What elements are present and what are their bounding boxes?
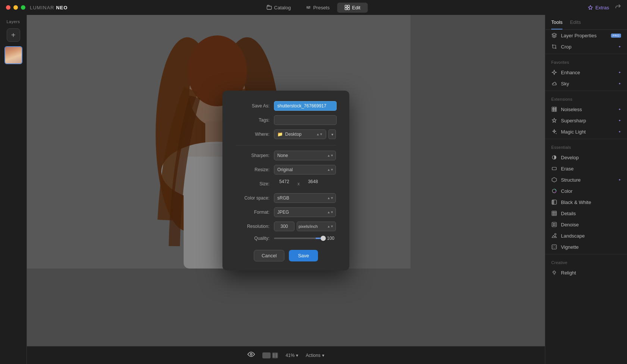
- right-item-magic-light[interactable]: Magic Light ✦: [545, 126, 627, 137]
- resize-row: Resize: Original Custom ▲▼: [236, 165, 336, 175]
- format-label: Format:: [236, 210, 269, 215]
- save-dialog: Save As: Tags: Where: 📁: [222, 91, 349, 270]
- right-item-relight[interactable]: Relight: [545, 267, 627, 278]
- details-label: Details: [561, 211, 576, 216]
- where-dropdown-button[interactable]: ▾: [328, 129, 336, 139]
- resolution-input[interactable]: [274, 222, 294, 231]
- landscape-icon: [551, 233, 557, 239]
- noiseless-ai-badge: ✦: [618, 108, 621, 111]
- right-item-black-white[interactable]: Black & White: [545, 197, 627, 208]
- edit-icon: [344, 5, 350, 10]
- tags-input[interactable]: [274, 115, 337, 125]
- titlebar-right: Extras: [588, 4, 621, 11]
- erase-svg: [552, 166, 557, 171]
- right-item-supersharp[interactable]: Supersharp ✦: [545, 115, 627, 126]
- divider-4: [545, 254, 627, 254]
- colorspace-label: Color space:: [236, 195, 269, 201]
- where-selector: 📁 Desktop ▲▼ ▾: [274, 129, 336, 139]
- creative-section-title: Creative: [545, 256, 627, 267]
- right-item-erase[interactable]: Erase: [545, 163, 627, 174]
- format-select-wrap: JPEG PNG TIFF ▲▼: [274, 207, 336, 217]
- extensions-section-title: Extensions: [545, 92, 627, 104]
- right-item-sky[interactable]: Sky ✦: [545, 78, 627, 89]
- format-select[interactable]: JPEG PNG TIFF: [274, 207, 336, 217]
- resolution-unit-wrap: pixels/inch pixels/cm ▲▼: [297, 222, 336, 231]
- extras-button[interactable]: Extras: [588, 5, 609, 10]
- enhance-ai-badge: ✦: [618, 71, 621, 74]
- extras-icon: [588, 5, 593, 10]
- svg-point-46: [555, 223, 555, 224]
- add-layer-button[interactable]: +: [7, 28, 20, 42]
- bottom-bar: 41% ▾ Actions ▾: [27, 346, 545, 364]
- right-item-structure[interactable]: Structure ✦: [545, 174, 627, 185]
- enhance-label: Enhance: [561, 70, 580, 75]
- zoom-control[interactable]: 41% ▾: [286, 353, 298, 358]
- actions-chevron-icon: ▾: [322, 353, 324, 358]
- cancel-button[interactable]: Cancel: [254, 250, 284, 261]
- actions-label: Actions: [306, 353, 320, 358]
- right-item-enhance[interactable]: Enhance ✦: [545, 67, 627, 78]
- tab-edits[interactable]: Edits: [570, 19, 581, 29]
- right-item-vignette[interactable]: Vignette: [545, 241, 627, 252]
- colorspace-select[interactable]: sRGB Adobe RGB ProPhoto RGB: [274, 193, 336, 203]
- noiseless-svg: [552, 107, 557, 112]
- right-item-denoise[interactable]: Denoise: [545, 219, 627, 230]
- svg-point-48: [555, 225, 555, 226]
- layers-svg: [552, 33, 557, 38]
- right-item-details[interactable]: Details: [545, 208, 627, 219]
- view-split-button[interactable]: [272, 352, 278, 358]
- sharpen-select[interactable]: None Low Medium High: [274, 151, 336, 160]
- actions-button[interactable]: Actions ▾: [306, 353, 324, 358]
- save-as-input[interactable]: [274, 101, 337, 111]
- maximize-button[interactable]: [21, 5, 25, 10]
- eye-button[interactable]: [247, 351, 255, 359]
- magic-light-icon: [551, 129, 557, 135]
- supersharp-ai-badge: ✦: [618, 119, 621, 122]
- svg-rect-39: [552, 211, 556, 216]
- right-panel: Tools Edits Layer Properties PRO: [545, 15, 627, 364]
- right-item-layer-properties[interactable]: Layer Properties PRO: [545, 30, 627, 41]
- right-item-landscape[interactable]: Landscape: [545, 230, 627, 241]
- color-label: Color: [561, 188, 573, 194]
- right-item-noiseless[interactable]: Noiseless ✦: [545, 104, 627, 115]
- nav-catalog-label: Catalog: [274, 5, 291, 10]
- folder-icon: [266, 5, 272, 10]
- resize-label: Resize:: [236, 167, 269, 172]
- sky-ai-badge: ✦: [618, 82, 621, 85]
- right-item-develop[interactable]: Develop: [545, 152, 627, 163]
- quality-slider[interactable]: [274, 238, 323, 239]
- save-button[interactable]: Save: [289, 250, 318, 261]
- svg-rect-10: [347, 8, 349, 10]
- nav-catalog[interactable]: Catalog: [259, 3, 298, 13]
- svg-rect-50: [552, 245, 556, 249]
- minimize-button[interactable]: [13, 5, 18, 10]
- relight-label: Relight: [561, 270, 576, 276]
- resolution-unit-select[interactable]: pixels/inch pixels/cm: [297, 222, 336, 231]
- svg-rect-26: [552, 109, 553, 110]
- develop-icon: [551, 154, 557, 160]
- sky-svg: [552, 81, 557, 86]
- pro-badge: PRO: [611, 34, 621, 38]
- resize-select[interactable]: Original Custom: [274, 165, 336, 175]
- crop-ai-badge: ✦: [618, 45, 621, 48]
- nav-presets[interactable]: Presets: [298, 3, 337, 13]
- resolution-row: Resolution: pixels/inch pixels/cm ▲▼: [236, 222, 336, 231]
- structure-ai-badge: ✦: [618, 178, 621, 182]
- app-logo: LUMINAR NEO: [30, 5, 68, 10]
- view-single-button[interactable]: [262, 352, 271, 358]
- layer-thumb-inner: [5, 47, 22, 63]
- right-item-crop[interactable]: Crop ✦: [545, 41, 627, 52]
- nav-edit-label: Edit: [352, 5, 360, 10]
- svg-point-52: [553, 271, 555, 273]
- divider-2: [545, 91, 627, 91]
- zoom-chevron-icon: ▾: [296, 353, 298, 358]
- layer-thumbnail[interactable]: [4, 46, 22, 64]
- right-item-color[interactable]: Color: [545, 185, 627, 197]
- where-select-wrap: 📁 Desktop ▲▼: [274, 129, 326, 139]
- tab-tools[interactable]: Tools: [551, 19, 562, 29]
- landscape-svg: [552, 233, 557, 238]
- close-button[interactable]: [6, 5, 10, 10]
- denoise-icon: [551, 222, 557, 228]
- share-button[interactable]: [615, 4, 621, 11]
- nav-edit[interactable]: Edit: [337, 3, 368, 13]
